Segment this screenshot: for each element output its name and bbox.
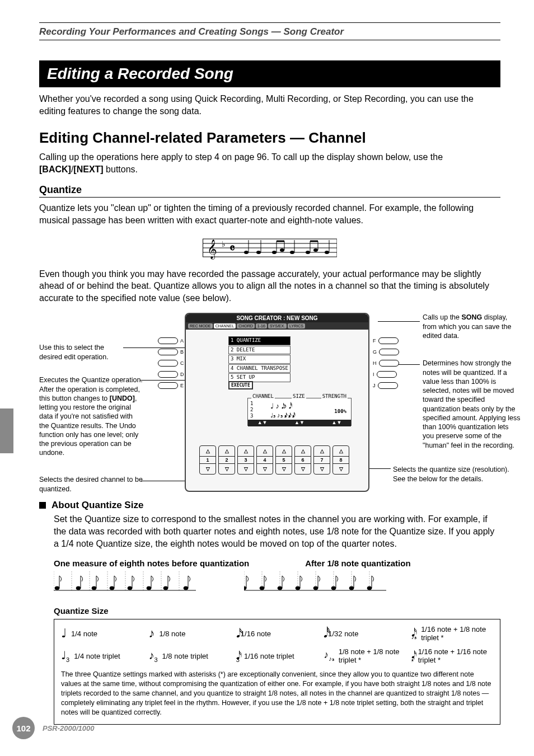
pad-button: △1▽ xyxy=(199,445,216,475)
callout-left-1: Use this to select the desired edit oper… xyxy=(39,343,126,361)
execute-label: EXECUTE xyxy=(228,381,253,389)
sixteenth-triplet-icon: 𝅘𝅥𝅯3 xyxy=(236,649,240,663)
hw-button xyxy=(158,337,178,344)
combo-note-icon: 𝅘𝅥𝅯♪₃ xyxy=(411,626,417,641)
size-label: 1/8 note xyxy=(159,630,185,638)
channel-value: 3 xyxy=(250,413,253,419)
channel-body-post: buttons. xyxy=(104,165,138,174)
intro-paragraph: Whether you've recorded a song using Qui… xyxy=(39,93,500,117)
svg-point-62 xyxy=(244,586,246,590)
about-body: Set the Quantize size to correspond to t… xyxy=(54,513,500,550)
size-label: 1/16 note triplet xyxy=(244,652,294,660)
side-buttons-right: F G H I J xyxy=(373,335,399,391)
top-rule xyxy=(39,22,500,23)
heading-quantize: Quantize xyxy=(39,184,500,198)
svg-point-64 xyxy=(260,586,264,590)
svg-point-19 xyxy=(290,251,294,254)
lcd-menu-item: 3 MIX xyxy=(228,355,291,364)
bullet-square-icon xyxy=(39,502,46,509)
hw-button xyxy=(379,349,399,355)
size-label: 1/8 note triplet xyxy=(162,652,208,660)
svg-point-26 xyxy=(325,251,329,254)
lcd-tabs: REC MODE CHANNEL CHORD 1-16 SYS/EX. LYRI… xyxy=(186,322,368,330)
hw-button xyxy=(158,371,178,378)
quantize-size-row-1: ♩1/4 note ♪1/8 note 𝅘𝅥𝅯1/16 note 𝅘𝅥𝅰1/32… xyxy=(61,625,493,642)
page-number: 102 xyxy=(12,717,35,739)
strength-label: STRENGTH xyxy=(321,393,348,399)
pad-button: △4▽ xyxy=(256,445,273,475)
size-label: 1/4 note triplet xyxy=(74,652,120,660)
leader-line xyxy=(369,468,391,469)
svg-point-16 xyxy=(280,248,284,252)
music-staff-illustration: 𝄞 ♭ 𝄴 xyxy=(203,236,337,260)
callout-left-2: Executes the Quantize operation. After t… xyxy=(39,375,143,457)
quantize-size-box: ♩1/4 note ♪1/8 note 𝅘𝅥𝅯1/16 note 𝅘𝅥𝅰1/32… xyxy=(54,619,500,724)
quantize-size-heading: Quantize Size xyxy=(54,606,500,616)
hw-button xyxy=(378,382,398,389)
combo-note-icon: ♪♪₃ xyxy=(324,649,334,663)
after-notation xyxy=(244,571,390,596)
hw-button xyxy=(377,371,397,378)
channel-body: Calling up the operations here apply to … xyxy=(39,151,500,175)
svg-point-14 xyxy=(272,251,277,254)
size-label: 1/16 note + 1/16 note triplet * xyxy=(418,647,493,664)
svg-point-72 xyxy=(331,586,336,590)
svg-point-43 xyxy=(110,586,114,590)
lcd-tab-active: CHANNEL xyxy=(214,323,236,328)
lcd-menu-item: 4 CHANNEL TRANSPOSE xyxy=(228,364,291,373)
lcd-tab: LYRICS xyxy=(288,323,305,328)
after-label: After 1/8 note quantization xyxy=(305,558,410,568)
size-label: SIZE xyxy=(292,393,306,399)
heading-channel: Editing Channel-related Parameters — Cha… xyxy=(39,129,500,147)
lcd-diagram: SONG CREATOR : NEW SONG REC MODE CHANNEL… xyxy=(39,313,500,493)
strength-value: 100% xyxy=(334,408,346,414)
lcd-tab: CHORD xyxy=(237,323,255,328)
next-button-label: [NEXT] xyxy=(73,165,103,174)
pad-button: △7▽ xyxy=(313,445,330,475)
hw-button xyxy=(158,360,178,367)
svg-point-12 xyxy=(256,251,261,254)
svg-point-74 xyxy=(349,586,354,590)
callout-right-1: Calls up the SONG display, from which yo… xyxy=(423,313,521,340)
lcd-tab: REC MODE xyxy=(188,323,213,328)
eighth-note-icon: ♪ xyxy=(148,626,154,641)
lcd-menu: 1 QUANTIZE 2 DELETE 3 MIX 4 CHANNEL TRAN… xyxy=(228,336,291,383)
callout-left-3: Selects the desired channel to be quanti… xyxy=(39,475,143,494)
lcd-tab: SYS/EX. xyxy=(268,323,287,328)
channel-value: 2 xyxy=(250,407,253,413)
quantize-mid: Even though you think you may have recor… xyxy=(39,268,500,304)
svg-point-45 xyxy=(128,586,132,590)
back-button-label: [BACK] xyxy=(39,165,71,174)
page-footer: 102 PSR-2000/1000 xyxy=(12,717,95,739)
size-label: 1/16 note + 1/8 note triplet * xyxy=(421,625,493,642)
hw-button xyxy=(379,360,399,367)
lcd-screen: SONG CREATOR : NEW SONG REC MODE CHANNEL… xyxy=(185,313,369,492)
quarter-triplet-icon: ♩3 xyxy=(61,649,69,663)
size-label: 1/4 note xyxy=(71,630,97,638)
side-tab-marker xyxy=(0,408,13,453)
pad-button: △5▽ xyxy=(275,445,292,475)
lcd-tab: 1-16 xyxy=(256,323,267,328)
size-label: 1/16 note xyxy=(241,630,271,638)
quantize-size-footer: The three Quantize settings marked with … xyxy=(61,670,493,717)
channel-label: CHANNEL xyxy=(251,393,275,399)
svg-point-21 xyxy=(306,251,310,254)
svg-point-10 xyxy=(244,251,249,254)
before-label: One measure of eighth notes before quant… xyxy=(54,558,249,568)
model-label: PSR-2000/1000 xyxy=(43,724,95,732)
svg-point-49 xyxy=(163,586,168,590)
section-banner: Editing a Recorded Song xyxy=(39,60,500,87)
lcd-menu-item: 2 DELETE xyxy=(228,346,291,355)
svg-text:𝄴: 𝄴 xyxy=(229,241,235,255)
side-buttons-left: A B C D E xyxy=(158,335,184,391)
quantize-intro: Quantize lets you "clean up" or tighten … xyxy=(39,202,500,226)
hw-button xyxy=(158,349,178,355)
breadcrumb: Recording Your Performances and Creating… xyxy=(39,25,500,40)
callout-right-2: Determines how strongly the notes will b… xyxy=(423,359,521,450)
svg-point-68 xyxy=(296,586,300,590)
combo-note-icon: 𝅘𝅥𝅯𝅘𝅥𝅯₃ xyxy=(411,649,414,663)
channel-value: 1 xyxy=(250,401,253,407)
svg-point-70 xyxy=(313,586,318,590)
about-title: About Quantize Size xyxy=(51,500,143,511)
svg-point-51 xyxy=(184,586,188,590)
